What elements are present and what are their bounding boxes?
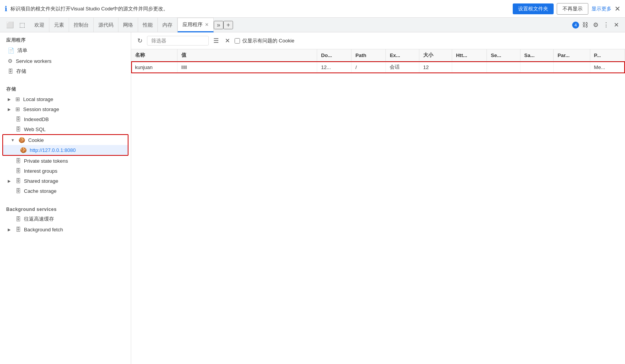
tab-welcome[interactable]: 欢迎 bbox=[30, 18, 49, 32]
set-root-button[interactable]: 设置根文件夹 bbox=[513, 3, 554, 14]
local-storage-icon: ⊞ bbox=[15, 96, 20, 102]
table-row[interactable]: kunjuan lllll 12... / 会话 12 Me... bbox=[131, 61, 625, 73]
table-wrapper: 名称 值 Do... Path Ex... 大小 Htt... Se... Sa… bbox=[131, 49, 625, 364]
data-table: 名称 值 Do... Path Ex... 大小 Htt... Se... Sa… bbox=[131, 49, 625, 73]
shared-storage-icon: 🗄 bbox=[15, 178, 21, 184]
col-secure: Se... bbox=[487, 49, 520, 61]
bg-fetch-expand-icon: ▶ bbox=[8, 228, 12, 232]
close-info-button[interactable]: ✕ bbox=[615, 5, 620, 13]
back-forward-label: 往返高速缓存 bbox=[24, 216, 54, 222]
tab-application[interactable]: 应用程序 ✕ bbox=[177, 18, 214, 32]
cell-partitioned bbox=[554, 61, 590, 73]
content-toolbar: ↻ ☰ ✕ 仅显示有问题的 Cookie bbox=[131, 32, 625, 49]
sidebar-item-service-workers[interactable]: ⚙ Service workers bbox=[0, 56, 131, 66]
col-path: Path bbox=[351, 49, 386, 61]
cell-samesite bbox=[520, 61, 553, 73]
col-name: 名称 bbox=[131, 49, 177, 61]
table-header-row: 名称 值 Do... Path Ex... 大小 Htt... Se... Sa… bbox=[131, 49, 625, 61]
cookie-url-label: http://127.0.0.1:8080 bbox=[30, 147, 76, 153]
col-httponly: Htt... bbox=[452, 49, 486, 61]
tab-more-button[interactable]: » bbox=[214, 21, 223, 29]
sidebar-item-websql[interactable]: ▶ 🗄 Web SQL bbox=[0, 124, 131, 134]
no-show-button[interactable]: 不再显示 bbox=[557, 3, 588, 15]
cookie-filter-label[interactable]: 仅显示有问题的 Cookie bbox=[235, 37, 294, 44]
cookie-url-icon: 🍪 bbox=[20, 147, 27, 153]
sidebar-item-manifest[interactable]: 📄 清单 bbox=[0, 45, 131, 56]
tab-add-button[interactable]: + bbox=[223, 21, 233, 29]
info-bar-right: 设置根文件夹 不再显示 显示更多 ✕ bbox=[513, 3, 620, 15]
sidebar-item-local-storage[interactable]: ▶ ⊞ Local storage bbox=[0, 94, 131, 104]
col-size: 大小 bbox=[419, 49, 452, 61]
col-partitioned: Par... bbox=[554, 49, 590, 61]
cookie-icon: 🍪 bbox=[19, 137, 25, 143]
cell-name: kunjuan bbox=[131, 61, 177, 73]
private-state-label: Private state tokens bbox=[24, 158, 68, 164]
device-toolbar-icon[interactable]: ⬜ bbox=[4, 20, 16, 30]
col-domain: Do... bbox=[317, 49, 351, 61]
sidebar-item-interest-groups[interactable]: ▶ 🗄 Interest groups bbox=[0, 166, 131, 176]
clear-all-icon[interactable]: ☰ bbox=[212, 35, 220, 46]
cookie-filter-checkbox[interactable] bbox=[235, 38, 240, 44]
info-bar-left: ℹ 标识项目的根文件夹以打开Visual Studio Code中的源文件并同步… bbox=[5, 5, 513, 13]
cell-size: 12 bbox=[419, 61, 452, 73]
cell-path: / bbox=[351, 61, 386, 73]
sidebar-item-indexeddb[interactable]: ▶ 🗄 IndexedDB bbox=[0, 114, 131, 124]
sidebar-item-back-forward[interactable]: ▶ 🗄 往返高速缓存 bbox=[0, 214, 131, 224]
tab-memory[interactable]: 内存 bbox=[158, 18, 177, 32]
sidebar-item-background-fetch[interactable]: ▶ 🗄 Background fetch bbox=[0, 224, 131, 234]
sidebar-item-cookie[interactable]: ▼ 🍪 Cookie bbox=[3, 135, 128, 145]
sidebar-item-private-state[interactable]: ▶ 🗄 Private state tokens bbox=[0, 156, 131, 166]
service-workers-icon: ⚙ bbox=[8, 58, 13, 64]
cookie-label: Cookie bbox=[28, 137, 44, 143]
storage-app-label: 存储 bbox=[16, 68, 26, 75]
show-more-button[interactable]: 显示更多 bbox=[591, 5, 611, 12]
sidebar-item-cache-storage[interactable]: ▶ 🗄 Cache storage bbox=[0, 186, 131, 196]
bg-section-title: Background services bbox=[0, 202, 131, 214]
col-priority: P... bbox=[590, 49, 625, 61]
delete-icon[interactable]: ✕ bbox=[223, 35, 231, 46]
tab-network[interactable]: 网络 bbox=[118, 18, 138, 32]
tab-bar: ⬜ ⬚ 欢迎 元素 控制台 源代码 网络 性能 内存 应用程序 ✕ » + 4 … bbox=[0, 18, 625, 32]
manifest-label: 清单 bbox=[17, 47, 27, 54]
session-storage-expand-icon: ▶ bbox=[8, 107, 12, 111]
cell-value: lllll bbox=[177, 61, 317, 73]
settings-icon[interactable]: ⚙ bbox=[591, 20, 600, 30]
main-layout: 应用程序 📄 清单 ⚙ Service workers 🗄 存储 存储 ▶ ⊞ … bbox=[0, 32, 625, 364]
tab-elements[interactable]: 元素 bbox=[49, 18, 69, 32]
cookie-filter-text: 仅显示有问题的 Cookie bbox=[242, 37, 294, 44]
sidebar-item-shared-storage[interactable]: ▶ 🗄 Shared storage bbox=[0, 176, 131, 186]
storage-section-title: 存储 bbox=[0, 81, 131, 94]
tab-sources[interactable]: 源代码 bbox=[94, 18, 118, 32]
cookie-group: ▼ 🍪 Cookie 🍪 http://127.0.0.1:8080 bbox=[2, 134, 128, 156]
local-storage-expand-icon: ▶ bbox=[8, 97, 12, 101]
filter-input[interactable] bbox=[147, 36, 209, 46]
col-samesite: Sa... bbox=[520, 49, 553, 61]
indexeddb-label: IndexedDB bbox=[24, 116, 49, 122]
refresh-button[interactable]: ↻ bbox=[136, 35, 144, 46]
tab-application-close[interactable]: ✕ bbox=[205, 22, 209, 27]
cell-secure bbox=[487, 61, 520, 73]
shared-storage-expand-icon: ▶ bbox=[8, 179, 12, 183]
tab-performance[interactable]: 性能 bbox=[138, 18, 158, 32]
info-bar: ℹ 标识项目的根文件夹以打开Visual Studio Code中的源文件并同步… bbox=[0, 0, 625, 18]
more-options-icon[interactable]: ⋮ bbox=[601, 20, 611, 30]
session-storage-label: Session storage bbox=[23, 106, 59, 112]
cell-domain: 12... bbox=[317, 61, 351, 73]
bg-fetch-label: Background fetch bbox=[24, 227, 63, 233]
info-icon: ℹ bbox=[5, 5, 7, 13]
tab-console[interactable]: 控制台 bbox=[69, 18, 94, 32]
cell-expires: 会话 bbox=[386, 61, 419, 73]
sidebar-item-cookie-url[interactable]: 🍪 http://127.0.0.1:8080 bbox=[3, 145, 128, 155]
websql-label: Web SQL bbox=[24, 126, 46, 132]
col-expires: Ex... bbox=[386, 49, 419, 61]
sidebar-item-session-storage[interactable]: ▶ ⊞ Session storage bbox=[0, 104, 131, 114]
inspect-icon[interactable]: ⬚ bbox=[17, 20, 27, 30]
cache-storage-label: Cache storage bbox=[24, 188, 57, 194]
devtools-close-icon[interactable]: ✕ bbox=[612, 20, 620, 30]
tab-bar-right: 4 ⛓ ⚙ ⋮ ✕ bbox=[569, 20, 623, 30]
sidebar-item-storage-app[interactable]: 🗄 存储 bbox=[0, 66, 131, 77]
share-icon[interactable]: ⛓ bbox=[581, 20, 590, 30]
app-section-title: 应用程序 bbox=[0, 32, 131, 45]
table-header: 名称 值 Do... Path Ex... 大小 Htt... Se... Sa… bbox=[131, 49, 625, 61]
cell-httponly bbox=[452, 61, 486, 73]
